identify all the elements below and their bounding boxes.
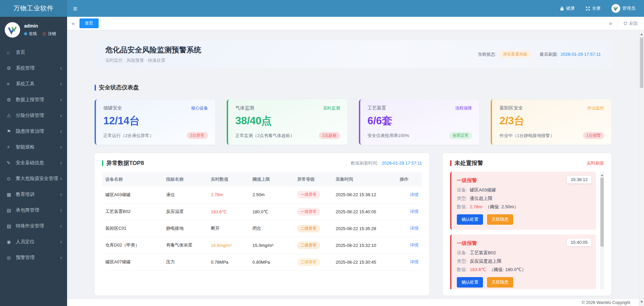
- tab-scroll-right-button[interactable]: »: [609, 20, 612, 27]
- detail-link[interactable]: 详情: [410, 192, 419, 197]
- detail-link[interactable]: 详情: [410, 209, 419, 214]
- chevron-left-icon: ‹: [60, 65, 62, 71]
- scrollbar-down-arrow-icon[interactable]: [640, 301, 643, 304]
- sidebar-item-hazard-inspection[interactable]: ⚑ 隐患排查治理 ‹: [0, 123, 67, 139]
- hero-banner: 危化品安全风险监测预警系统 实时监控 · 风险预警 · 快速处置 当前状态: 存…: [95, 40, 611, 68]
- device-name-cell: 装卸区C01: [102, 220, 163, 237]
- chevron-left-icon: ‹: [60, 239, 62, 245]
- abnormal-level-badge: 三级异常: [297, 258, 320, 266]
- abnormal-table: 设备名称 指标名称 实时数值 阈值上限 异常等级 采集时间 操作: [102, 172, 422, 271]
- fullscreen-button[interactable]: 全屏: [586, 5, 601, 11]
- user-menu[interactable]: 管理员: [611, 4, 635, 13]
- confirm-handle-button[interactable]: 确认处置: [457, 277, 483, 288]
- chevron-left-icon: ‹: [60, 223, 62, 229]
- section-bar-icon: [95, 85, 96, 91]
- alert-device-value: 工艺装置B02: [470, 250, 496, 255]
- detail-link[interactable]: 详情: [410, 226, 419, 231]
- gear-upload-icon: ⚙: [7, 97, 15, 102]
- chevron-left-icon: ‹: [60, 255, 62, 260]
- chevron-left-icon: ‹: [60, 128, 62, 134]
- abnormal-level-badge: 一级异常: [297, 191, 320, 199]
- alert-value: 2.78m: [470, 204, 483, 209]
- stat-card: 气体监测 实时监测 38/40点 正常监测（2点有毒气体超标） 2点超标: [227, 99, 347, 145]
- lock-screen-button[interactable]: 锁屏: [560, 5, 575, 11]
- tab-scroll-left-button[interactable]: «: [72, 20, 75, 27]
- alert-card: 一级报警 15:38:12 设备: 罐区A03储罐 类型: 液位超上限 数值:: [450, 172, 596, 230]
- stat-card-tag: 核心设备: [191, 105, 208, 111]
- section-bar-icon: [102, 160, 103, 166]
- table-row: 仓库D02（甲类） 有毒气体浓度 16.8mg/m³ 15.0mg/m³ 二级异…: [102, 237, 422, 254]
- user-name-label: 管理员: [622, 5, 635, 11]
- alert-type-label: 类型:: [457, 259, 467, 264]
- stat-card-title: 装卸区安全: [499, 105, 523, 111]
- table-header-cell: 操作: [396, 172, 422, 186]
- detail-link[interactable]: 详情: [410, 259, 419, 264]
- hamburger-icon: ≡: [73, 5, 77, 12]
- stat-card-badge: 1台报警: [583, 132, 604, 139]
- stat-card-badge: 2点超标: [319, 132, 340, 139]
- sidebar-item-label: 智能巡检: [16, 144, 60, 150]
- alert-value-label: 数值:: [457, 204, 467, 209]
- refresh-label: 刷新: [629, 20, 638, 27]
- confirm-handle-button[interactable]: 确认处置: [457, 214, 483, 225]
- alert-device-label: 设备:: [457, 250, 467, 255]
- table-row: 罐区A07储罐 压力 0.78MPa 0.80MPa 三级异常 2025-08-…: [102, 254, 422, 270]
- alert-threshold: （阈值: 2.50m）: [485, 204, 519, 209]
- page-scrollbar[interactable]: [639, 30, 644, 306]
- tab-home[interactable]: 首页: [79, 18, 99, 28]
- sidebar-item-education-training[interactable]: ▦ 教育培训 ‹: [0, 186, 67, 202]
- user-avatar: [611, 4, 620, 13]
- sidebar-item-label: 首页: [16, 49, 62, 55]
- user-avatar[interactable]: [5, 22, 20, 38]
- link-hazard-button[interactable]: 关联隐患: [487, 214, 513, 225]
- detail-link[interactable]: 详情: [410, 243, 419, 248]
- sidebar-item-home[interactable]: ⌂ 首页: [0, 44, 67, 60]
- sidebar-item-data-report[interactable]: ⚙ 数据上报管理 ‹: [0, 92, 67, 107]
- sidebar-item-personnel-location[interactable]: ◉ 人员定位 ‹: [0, 234, 67, 250]
- sidebar-item-system-mgmt[interactable]: ⚙ 系统管理 ‹: [0, 60, 67, 76]
- sidebar-item-label: 数据上报管理: [16, 97, 60, 103]
- last-refresh-label: 最后刷新:: [540, 51, 558, 57]
- data-refresh-label: 数据刷新时间:: [351, 161, 378, 166]
- alerts-panel-title: 未处置报警: [454, 159, 483, 167]
- abnormal-data-panel: 异常数据TOP8 数据刷新时间: 2026-01-29 17:57:11 设备名…: [95, 153, 429, 296]
- main-content: 危化品安全风险监测预警系统 实时监控 · 风险预警 · 快速处置 当前状态: 存…: [67, 30, 639, 299]
- scrollbar-up-arrow-icon[interactable]: [601, 173, 603, 176]
- stat-card-value: 12/14台: [103, 114, 208, 128]
- collect-time-cell: 2025-08-22 15:38:12: [332, 186, 396, 203]
- link-hazard-button[interactable]: 关联隐患: [487, 277, 513, 288]
- sidebar-toggle-button[interactable]: ≡: [73, 5, 77, 12]
- pencil-icon: ✎: [7, 160, 15, 166]
- page-scrollbar-thumb[interactable]: [640, 38, 643, 88]
- refresh-tabs-button[interactable]: 刷新: [618, 19, 639, 28]
- scrollbar-up-arrow-icon[interactable]: [640, 32, 643, 35]
- realtime-value-cell: 16.8mg/m³: [211, 243, 232, 248]
- sidebar-item-label: 分险分级管理: [16, 113, 60, 119]
- online-status-dot-icon: [24, 32, 27, 35]
- alerts-scrollbar-thumb[interactable]: [600, 178, 604, 247]
- stat-card: 储罐安全 核心设备 12/14台 正常运行（2台液位异常） 2台异常: [95, 99, 215, 145]
- sidebar-item-smart-patrol[interactable]: ⚡ 智能巡检 ‹: [0, 139, 67, 155]
- sidebar-item-special-work[interactable]: ▧ 特殊作业管理 ‹: [0, 218, 67, 234]
- sidebar-item-warning-mgmt[interactable]: ◎ 预警管理 ‹: [0, 250, 67, 265]
- alerts-scrollbar[interactable]: [600, 172, 604, 289]
- sidebar-item-risk-grading[interactable]: ⚠ 分险分级管理 ‹: [0, 107, 67, 123]
- table-header-cell: 指标名称: [163, 172, 208, 186]
- logout-link[interactable]: 注销: [43, 31, 56, 37]
- sidebar-item-major-hazard[interactable]: ⊙ 重大危险源安全管理 ‹: [0, 171, 67, 186]
- sidebar-item-contractor-mgmt[interactable]: ▤ 承包商管理 ‹: [0, 202, 67, 218]
- stat-card-tag: 流程保障: [455, 105, 472, 111]
- sidebar-item-system-tools[interactable]: ≡ 系统工具 ‹: [0, 76, 67, 92]
- section-bar-icon: [450, 160, 451, 166]
- abnormal-level-badge: 二级异常: [297, 225, 320, 232]
- realtime-value-cell: 断开: [211, 226, 220, 231]
- realtime-value-cell: 0.78MPa: [211, 260, 228, 265]
- table-header-cell: 设备名称: [102, 172, 163, 186]
- last-refresh-time: 2026-01-29 17:57:11: [560, 52, 601, 57]
- sidebar-item-safety-base-info[interactable]: ✎ 安全基础信息 ‹: [0, 155, 67, 171]
- stat-card-value: 2/3台: [499, 114, 604, 128]
- fullscreen-icon: [586, 6, 590, 11]
- app-brand[interactable]: 万物工业软件: [0, 0, 67, 17]
- sidebar-item-label: 人员定位: [16, 239, 60, 245]
- realtime-refresh-label: 实时刷新: [587, 160, 604, 166]
